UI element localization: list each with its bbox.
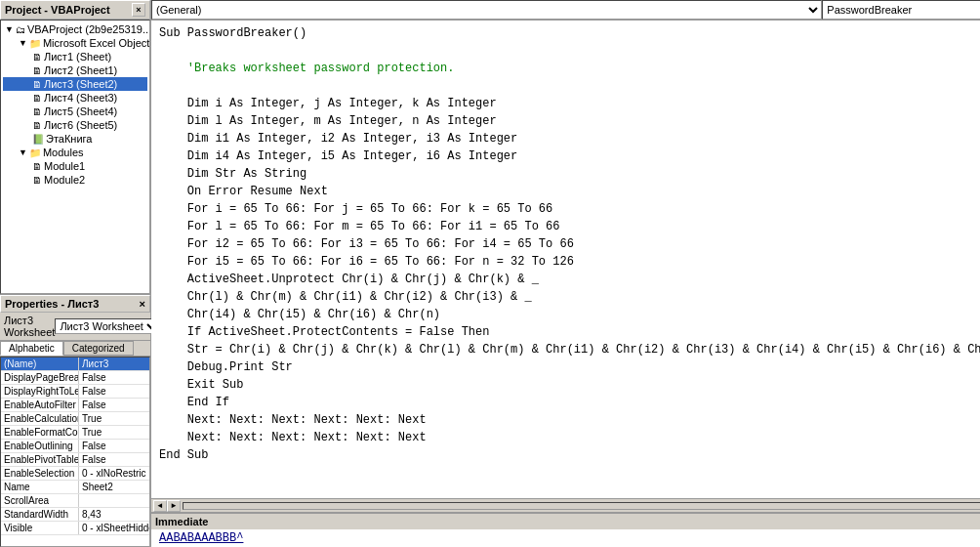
prop-value: True [79,412,149,425]
properties-object-dropdown[interactable]: Лист3 Worksheet [55,318,160,334]
tree-item-list1[interactable]: 🗎Лист1 (Sheet) [3,50,147,63]
prop-name: DisplayPageBreak [1,371,79,384]
prop-row[interactable]: EnableCalculationTrue [1,412,149,426]
code-line: Dim i As Integer, j As Integer, k As Int… [159,95,980,112]
code-line: End If [159,394,980,411]
code-hscrollbar[interactable]: ◄ ► [151,498,980,512]
code-line: Dim i1 As Integer, i2 As Integer, i3 As … [159,130,980,147]
prop-row[interactable]: EnablePivotTableFalse [1,453,149,467]
tree-item-list6[interactable]: 🗎Лист6 (Sheet5) [3,118,147,132]
prop-name: Name [1,481,79,493]
tab-alphabetic[interactable]: Alphabetic [0,341,63,356]
tree-item-label: Microsoft Excel Objects [43,37,150,49]
tree-item-label: Лист1 (Sheet) [44,51,111,63]
properties-header: Properties - Лист3 × [0,295,150,313]
immediate-content[interactable]: AABABAAABBB^ [151,529,980,547]
prop-value: True [79,426,149,439]
expand-icon: ▼ [19,147,27,157]
code-line [159,77,980,95]
code-line: If ActiveSheet.ProtectContents = False T… [159,323,980,341]
code-line: Chr(i4) & Chr(i5) & Chr(i6) & Chr(n) [159,306,980,323]
code-line: End Sub [159,446,980,464]
prop-row[interactable]: DisplayRightToLefFalse [1,385,149,399]
folder-icon: 📁 [29,147,41,158]
tree-item-list3[interactable]: 🗎Лист3 (Sheet2) [3,77,147,91]
properties-title-section: Лист3 Worksheet Лист3 Worksheet [0,313,150,341]
properties-title: Properties - Лист3 [5,298,99,310]
prop-row[interactable]: EnableFormatConTrue [1,426,149,440]
scroll-left-button[interactable]: ◄ [153,500,167,512]
tree-item-excel-objects[interactable]: ▼📁Microsoft Excel Objects [3,36,147,50]
prop-row[interactable]: StandardWidth8,43 [1,508,149,522]
tree-item-root[interactable]: ▼🗂VBAProject (2b9e25319...) [3,22,147,36]
tree-item-thisworkbook[interactable]: 📗ЭтаКнига [3,132,147,146]
prop-value: Sheet2 [79,481,149,493]
folder-icon: 📁 [29,38,41,49]
tab-categorized[interactable]: Categorized [63,341,134,356]
project-tree[interactable]: ▼🗂VBAProject (2b9e25319...)▼📁Microsoft E… [0,20,150,294]
prop-value: False [79,399,149,411]
prop-row[interactable]: EnableAutoFilterFalse [1,399,149,412]
tree-item-module1[interactable]: 🗎Module1 [3,159,147,173]
code-line: For i = 65 To 66: For j = 65 To 66: For … [159,200,980,218]
properties-object-name: Лист3 Worksheet [4,315,55,338]
prop-row[interactable]: (Name)Лист3 [1,358,149,371]
code-line: Next: Next: Next: Next: Next: Next [159,411,980,429]
code-line: 'Breaks worksheet password protection. [159,60,980,77]
expand-icon: ▼ [5,24,14,34]
code-editor[interactable]: Sub PasswordBreaker() 'Breaks worksheet … [151,21,980,498]
prop-row[interactable]: NameSheet2 [1,481,149,494]
tree-item-label: ЭтаКнига [46,133,92,145]
module-dropdown[interactable]: (General) [151,0,822,20]
prop-row[interactable]: ScrollArea [1,494,149,508]
scroll-right-button[interactable]: ► [167,500,181,512]
file-icon: 🗎 [32,65,42,76]
code-header: (General) PasswordBreaker [151,0,980,21]
expand-icon: ▼ [19,38,27,48]
prop-value: Лист3 [79,358,149,370]
code-line: Dim Str As String [159,165,980,183]
workbook-icon: 📗 [32,134,44,145]
file-icon: 🗎 [32,120,42,131]
prop-row[interactable]: EnableSelection0 - xlNoRestric [1,467,149,481]
project-tree-header: Project - VBAProject × [0,0,150,20]
prop-row[interactable]: EnableOutliningFalse [1,440,149,453]
code-line: On Error Resume Next [159,183,980,200]
prop-name: StandardWidth [1,508,79,521]
tree-item-list5[interactable]: 🗎Лист5 (Sheet4) [3,105,147,118]
tree-item-modules[interactable]: ▼📁Modules [3,146,147,159]
tree-item-list4[interactable]: 🗎Лист4 (Sheet3) [3,91,147,105]
code-line: ActiveSheet.Unprotect Chr(i) & Chr(j) & … [159,271,980,288]
prop-row[interactable]: Visible0 - xlSheetHidde [1,522,149,535]
tree-item-label: VBAProject (2b9e25319...) [27,23,150,35]
project-icon: 🗂 [16,24,25,35]
code-line: For l = 65 To 66: For m = 65 To 66: For … [159,218,980,235]
file-icon: 🗎 [32,175,42,186]
prop-value: 8,43 [79,508,149,521]
properties-panel: Properties - Лист3 × Лист3 Worksheet Лис… [0,294,150,547]
prop-row[interactable]: DisplayPageBreakFalse [1,371,149,385]
code-line: Chr(l) & Chr(m) & Chr(i1) & Chr(i2) & Ch… [159,288,980,306]
tree-item-module2[interactable]: 🗎Module2 [3,173,147,187]
tree-item-label: Лист6 (Sheet5) [44,119,117,131]
code-line: Exit Sub [159,376,980,394]
properties-close-button[interactable]: × [140,298,145,310]
procedure-dropdown[interactable]: PasswordBreaker [822,0,980,20]
properties-grid[interactable]: (Name)Лист3DisplayPageBreakFalseDisplayR… [0,357,150,547]
prop-value: False [79,440,149,452]
prop-name: EnableCalculation [1,412,79,425]
prop-value: 0 - xlSheetHidde [79,522,149,534]
tree-item-label: Лист2 (Sheet1) [44,64,117,76]
prop-name: EnableOutlining [1,440,79,452]
prop-name: ScrollArea [1,494,79,507]
prop-name: EnableAutoFilter [1,399,79,411]
prop-value: False [79,453,149,466]
tree-item-list2[interactable]: 🗎Лист2 (Sheet1) [3,63,147,77]
code-line: Sub PasswordBreaker() [159,24,980,42]
code-line: Next: Next: Next: Next: Next: Next [159,429,980,446]
immediate-panel: Immediate AABABAAABBB^ [151,512,980,547]
code-line: Dim l As Integer, m As Integer, n As Int… [159,112,980,130]
scroll-track[interactable] [183,502,980,510]
project-tree-close-button[interactable]: × [132,3,145,17]
prop-value: 0 - xlNoRestric [79,467,149,480]
